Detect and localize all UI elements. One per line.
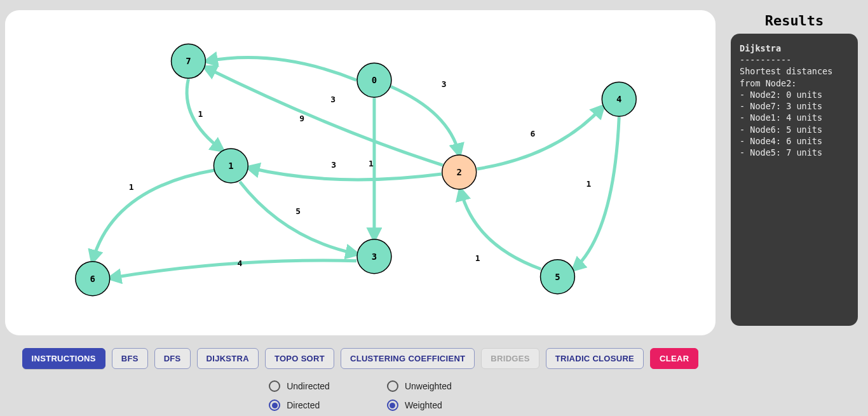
results-distance-line: - Node1: 4 units	[740, 112, 849, 123]
results-intro-1: Shortest distances	[740, 65, 849, 77]
edge-weight-0-2: 3	[442, 79, 447, 89]
edge-weight-1-6: 1	[129, 182, 134, 192]
edge-weight-1-3: 5	[295, 206, 301, 216]
node-1[interactable]: 1	[214, 149, 248, 183]
results-card: Dijkstra ---------- Shortest distances f…	[731, 34, 858, 326]
node-6[interactable]: 6	[76, 262, 110, 296]
edge-4-5[interactable]	[574, 117, 619, 269]
node-label: 3	[372, 252, 377, 262]
graph-svg[interactable]: 911363351411 01234567	[5, 10, 715, 335]
directed-radio[interactable]: Directed	[269, 399, 330, 411]
edge-2-1[interactable]	[248, 168, 441, 180]
node-label: 4	[616, 94, 621, 104]
node-label: 7	[186, 56, 191, 66]
edge-1-3[interactable]	[240, 182, 356, 254]
node-5[interactable]: 5	[540, 260, 574, 294]
radio-icon	[387, 380, 398, 392]
topo-sort-button[interactable]: TOPO SORT	[265, 348, 334, 369]
radio-icon	[269, 399, 280, 411]
unweighted-radio[interactable]: Unweighted	[387, 380, 452, 392]
undirected-radio[interactable]: Undirected	[269, 380, 330, 392]
results-distance-line: - Node6: 5 units	[740, 124, 849, 135]
results-panel: Results Dijkstra ---------- Shortest dis…	[731, 10, 858, 416]
node-label: 1	[228, 161, 233, 171]
graph-options: Undirected Directed Unweighted Weighted	[5, 380, 715, 411]
clustering-coefficient-button[interactable]: CLUSTERING COEFFICIENT	[341, 348, 475, 369]
algorithm-toolbar: INSTRUCTIONS BFS DFS DIJKSTRA TOPO SORT …	[5, 348, 715, 369]
edge-2-4[interactable]	[477, 107, 603, 169]
radio-icon	[269, 380, 280, 392]
instructions-button[interactable]: INSTRUCTIONS	[22, 348, 105, 369]
node-4[interactable]: 4	[602, 82, 636, 116]
edge-1-6[interactable]	[93, 170, 215, 261]
node-2[interactable]: 2	[442, 155, 477, 189]
results-algorithm: Dijkstra	[740, 43, 849, 54]
edge-weight-0-7: 9	[299, 114, 304, 123]
weighted-radio[interactable]: Weighted	[387, 399, 452, 411]
radio-icon	[387, 399, 398, 411]
unweighted-label: Unweighted	[405, 381, 452, 391]
results-distance-line: - Node2: 0 units	[740, 89, 849, 100]
triadic-closure-button[interactable]: TRIADIC CLOSURE	[546, 348, 644, 369]
edge-weight-2-7: 3	[330, 95, 336, 104]
directed-label: Directed	[287, 400, 320, 410]
dfs-button[interactable]: DFS	[154, 348, 191, 369]
node-7[interactable]: 7	[172, 44, 206, 78]
edge-0-7[interactable]	[207, 58, 356, 81]
edge-weight-4-5: 1	[586, 179, 591, 189]
results-distance-line: - Node4: 6 units	[740, 135, 849, 147]
undirected-label: Undirected	[287, 381, 330, 391]
edge-2-7[interactable]	[205, 67, 442, 165]
direction-option-group: Undirected Directed	[269, 380, 330, 411]
edge-weight-2-1: 3	[331, 160, 336, 170]
node-label: 2	[457, 167, 462, 177]
results-distance-line: - Node7: 3 units	[740, 100, 849, 112]
results-distance-line: - Node5: 7 units	[740, 147, 849, 158]
node-label: 0	[372, 75, 377, 85]
edge-5-2[interactable]	[461, 190, 541, 269]
edge-weight-0-3: 1	[369, 159, 374, 168]
edge-3-6[interactable]	[111, 260, 356, 278]
edge-weight-7-1: 1	[198, 109, 203, 119]
edge-weight-3-6: 4	[237, 258, 242, 268]
edge-weight-5-2: 1	[475, 253, 480, 263]
bridges-button: BRIDGES	[481, 348, 539, 369]
results-separator: ----------	[740, 54, 849, 65]
weight-option-group: Unweighted Weighted	[387, 380, 452, 411]
bfs-button[interactable]: BFS	[112, 348, 148, 369]
results-title: Results	[731, 13, 858, 29]
node-label: 5	[555, 272, 560, 282]
clear-button[interactable]: CLEAR	[650, 348, 698, 369]
graph-canvas[interactable]: 911363351411 01234567	[5, 10, 715, 335]
edge-weight-2-4: 6	[531, 129, 536, 138]
results-intro-2: from Node2:	[740, 77, 849, 89]
node-label: 6	[90, 274, 95, 284]
weighted-label: Weighted	[405, 400, 442, 410]
dijkstra-button[interactable]: DIJKSTRA	[197, 348, 259, 369]
edge-0-2[interactable]	[391, 86, 459, 154]
edge-7-1[interactable]	[187, 79, 222, 150]
node-3[interactable]: 3	[357, 239, 391, 274]
node-0[interactable]: 0	[357, 63, 391, 97]
